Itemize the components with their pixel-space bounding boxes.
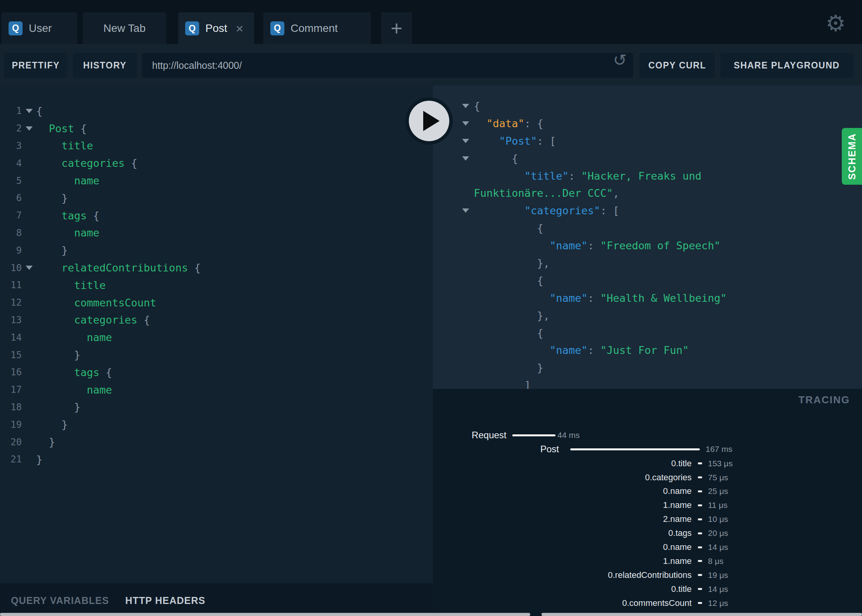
line-number: 18 — [0, 402, 22, 413]
trace-field-label: 0.title — [671, 458, 692, 469]
response-line: "name": "Just For Fun" — [433, 341, 862, 359]
query-editor-pane[interactable]: 1{2 Post {3 title4 categories {5 name6 }… — [0, 86, 433, 583]
editor-line[interactable]: 8 name — [0, 224, 433, 242]
trace-field-duration: 14 μs — [708, 584, 728, 594]
close-tab-icon[interactable]: × — [236, 22, 244, 35]
tab-label: User — [29, 22, 52, 35]
trace-field-duration: 11 μs — [708, 500, 727, 510]
tab-new-tab[interactable]: New Tab — [83, 12, 166, 44]
editor-line[interactable]: 11 title — [0, 276, 433, 294]
trace-field-dash — [698, 476, 702, 478]
editor-line[interactable]: 15 } — [0, 346, 433, 364]
editor-line[interactable]: 3 title — [0, 137, 433, 155]
code-text: } — [36, 244, 68, 256]
execute-query-button[interactable] — [405, 97, 453, 145]
tab-post[interactable]: QPost× — [178, 12, 254, 44]
editor-line[interactable]: 2 Post { — [0, 120, 433, 137]
trace-field-duration: 12 μs — [708, 598, 728, 608]
line-number: 13 — [0, 315, 22, 326]
line-number: 21 — [0, 454, 22, 465]
trace-span-bar — [570, 448, 700, 450]
editor-line[interactable]: 16 tags { — [0, 364, 433, 381]
response-text: "title": "Hacker, Freaks und — [474, 170, 701, 182]
editor-line[interactable]: 5 name — [0, 172, 433, 189]
tab-user[interactable]: QUser — [2, 12, 77, 44]
editor-line[interactable]: 10 relatedContributions { — [0, 259, 433, 276]
code-text: commentsCount — [36, 297, 156, 309]
collapse-arrow-icon[interactable] — [433, 208, 474, 213]
fold-arrow-icon[interactable] — [22, 109, 36, 113]
tab-bar: + ⚙ QUserNew TabQPost×QComment — [0, 0, 862, 44]
response-line: "Post": [ — [433, 132, 862, 150]
trace-span-bar — [512, 434, 555, 436]
code-text: name — [36, 175, 100, 187]
http-headers-tab[interactable]: HTTP HEADERS — [125, 595, 205, 606]
schema-tab-label: SCHEMA — [846, 133, 858, 180]
editor-line[interactable]: 6 } — [0, 189, 433, 207]
response-text: }, — [474, 257, 550, 269]
code-text: name — [36, 227, 100, 239]
trace-field-dash — [698, 490, 702, 492]
trace-field-dash — [698, 532, 702, 534]
response-line: }, — [433, 254, 862, 272]
reload-icon[interactable]: ↺ — [613, 51, 627, 70]
editor-line[interactable]: 19 } — [0, 416, 433, 433]
endpoint-url-input[interactable] — [142, 53, 633, 78]
line-number: 20 — [0, 437, 22, 448]
history-button[interactable]: HISTORY — [73, 53, 137, 78]
response-pane: { "data": { "Post": [ { "title": "Hacker… — [433, 86, 862, 389]
new-tab-button[interactable]: + — [381, 12, 412, 44]
trace-field-dash — [698, 518, 702, 520]
trace-field-dash — [698, 602, 702, 604]
editor-line[interactable]: 17 name — [0, 381, 433, 399]
response-line: ] — [433, 376, 862, 389]
trace-field-duration: 8 μs — [708, 556, 724, 566]
tab-label: Comment — [291, 22, 338, 35]
collapse-arrow-icon[interactable] — [433, 156, 474, 161]
editor-line[interactable]: 12 commentsCount — [0, 294, 433, 312]
response-line: }, — [433, 307, 862, 324]
editor-line[interactable]: 21} — [0, 451, 433, 468]
trace-field-duration: 10 μs — [708, 514, 728, 524]
trace-field-duration: 19 μs — [708, 570, 728, 580]
editor-line[interactable]: 1{ — [0, 102, 433, 120]
editor-line[interactable]: 7 tags { — [0, 207, 433, 224]
settings-gear-icon[interactable]: ⚙ — [825, 10, 846, 37]
code-text: name — [36, 331, 112, 343]
code-text: relatedContributions { — [36, 262, 201, 274]
horizontal-scrollbar-thumb[interactable] — [541, 613, 862, 616]
tab-label: Post — [205, 22, 227, 35]
query-variables-tab[interactable]: QUERY VARIABLES — [11, 595, 109, 606]
editor-line[interactable]: 14 name — [0, 329, 433, 346]
trace-field-duration: 20 μs — [708, 528, 728, 538]
response-text: ] — [474, 379, 531, 389]
share-playground-button[interactable]: SHARE PLAYGROUND — [720, 53, 853, 78]
horizontal-scrollbar[interactable] — [0, 613, 530, 616]
code-text: name — [36, 384, 112, 396]
line-number: 15 — [0, 350, 22, 360]
fold-arrow-icon[interactable] — [22, 126, 36, 131]
schema-tab[interactable]: SCHEMA — [842, 128, 862, 185]
editor-line[interactable]: 9 } — [0, 242, 433, 259]
copy-curl-button[interactable]: COPY CURL — [639, 53, 715, 78]
editor-line[interactable]: 20 } — [0, 433, 433, 451]
editor-line[interactable]: 18 } — [0, 399, 433, 416]
response-text: "categories": [ — [474, 205, 619, 217]
editor-bottom-bar: QUERY VARIABLES HTTP HEADERS — [0, 583, 433, 616]
prettify-button[interactable]: PRETTIFY — [4, 53, 67, 78]
editor-line[interactable]: 4 categories { — [0, 154, 433, 172]
response-text: "Post": [ — [474, 135, 556, 147]
line-number: 19 — [0, 419, 22, 430]
trace-field-dash — [698, 574, 702, 576]
response-line: "categories": [ — [433, 202, 862, 219]
tab-comment[interactable]: QComment — [263, 12, 371, 44]
response-text: { — [474, 275, 543, 287]
line-number: 10 — [0, 262, 22, 273]
fold-arrow-icon[interactable] — [22, 266, 36, 270]
code-text: } — [36, 349, 81, 361]
response-text: }, — [474, 310, 550, 322]
line-number: 2 — [0, 123, 22, 134]
trace-field-label: 0.commentsCount — [622, 598, 692, 608]
editor-line[interactable]: 13 categories { — [0, 312, 433, 329]
line-number: 11 — [0, 280, 22, 290]
